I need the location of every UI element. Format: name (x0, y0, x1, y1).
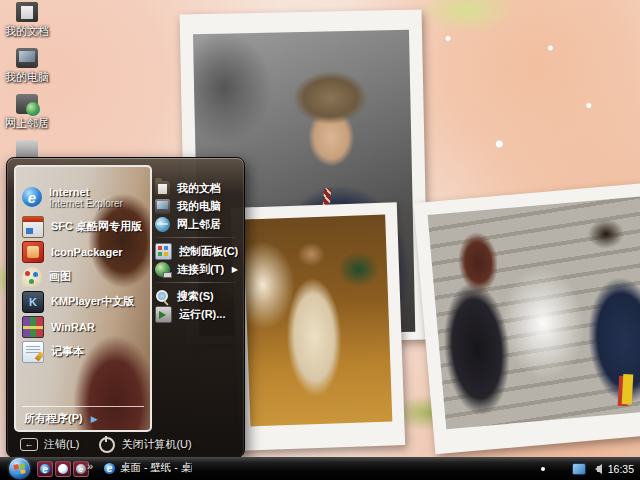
menu-item-label: 搜索(S) (177, 289, 214, 304)
menu-item-iconpackager[interactable]: IconPackager (19, 239, 149, 264)
windows-logo-icon (13, 463, 25, 474)
run-icon (155, 306, 172, 323)
menu-item-internet[interactable]: e Internet Internet Explorer (19, 180, 149, 214)
menu-item-network-places[interactable]: 网上邻居 (153, 215, 238, 233)
all-programs-label: 所有程序(P) (24, 411, 83, 426)
menu-item-label: 运行(R)... (179, 307, 225, 322)
tray-clock[interactable]: 16:35 (608, 463, 637, 475)
photo-image (428, 196, 640, 429)
log-off-label: 注销(L) (44, 437, 79, 452)
start-menu-footer: ← 注销(L) 关闭计算机(U) (7, 432, 244, 457)
power-icon (99, 437, 115, 453)
globe-icon (155, 217, 170, 232)
tray-dot-icon[interactable] (541, 467, 545, 471)
menu-item-notepad[interactable]: 记事本 (19, 339, 149, 364)
photo-image (243, 215, 392, 427)
menu-item-connect-to[interactable]: 连接到(T) ▶ (153, 260, 238, 278)
menu-item-label: 记事本 (51, 344, 84, 359)
wallpaper-photo-ballroom-dance (231, 202, 405, 451)
kmplayer-icon: K (22, 291, 44, 313)
quick-launch-app2-button[interactable] (55, 461, 71, 477)
menu-item-label: IconPackager (51, 246, 123, 258)
my-computer-icon (16, 48, 38, 68)
browser-gray-icon: e (76, 464, 86, 474)
desktop-icon-label: 网上邻居 (0, 117, 54, 129)
paint-icon (22, 267, 42, 287)
menu-item-kmplayer[interactable]: K KMPlayer中文版 (19, 289, 149, 314)
my-documents-icon (16, 2, 38, 22)
desktop: 我的文档 我的电脑 网上邻居 e Internet Internet Explo… (0, 0, 640, 480)
start-button[interactable] (9, 458, 30, 479)
desktop-icon-my-computer[interactable]: 我的电脑 (0, 48, 54, 83)
quick-launch-ie-button[interactable]: e (37, 461, 53, 477)
menu-item-label: 我的文档 (177, 181, 221, 196)
menu-item-label: KMPlayer中文版 (51, 294, 134, 309)
menu-item-search[interactable]: 搜索(S) (153, 287, 238, 305)
menu-item-run[interactable]: 运行(R)... (153, 305, 238, 323)
pinned-programs-list: e Internet Internet Explorer SFC 桌酷网专用版 … (19, 180, 149, 364)
books-detail (622, 374, 634, 404)
menu-item-label: WinRAR (51, 321, 95, 333)
menu-item-label: 控制面板(C) (179, 244, 238, 259)
notepad-icon (22, 341, 44, 363)
start-menu-programs-panel: e Internet Internet Explorer SFC 桌酷网专用版 … (14, 165, 152, 432)
menu-item-my-computer[interactable]: 我的电脑 (153, 197, 238, 215)
task-button-label: 桌面 - 壁纸 - 桌酷... (120, 461, 192, 475)
globe-app-icon (58, 464, 68, 474)
tray-volume-icon[interactable] (590, 464, 602, 474)
desktop-icon-my-documents[interactable]: 我的文档 (0, 2, 54, 37)
menu-item-winrar[interactable]: WinRAR (19, 314, 149, 339)
system-tray: 16:35 (541, 457, 637, 480)
shut-down-button[interactable]: 关闭计算机(U) (99, 437, 191, 453)
desktop-icon-network-places[interactable]: 网上邻居 (0, 94, 54, 129)
menu-item-label: 画图 (49, 269, 71, 284)
task-button-desktop-wallpaper[interactable]: e 桌面 - 壁纸 - 桌酷... (101, 459, 195, 477)
menu-item-label: Internet (49, 186, 123, 198)
menu-item-sfc-zhuoku[interactable]: SFC 桌酷网专用版 (19, 214, 149, 239)
menu-item-my-documents[interactable]: 我的文档 (153, 179, 238, 197)
desktop-icon-label: 我的电脑 (0, 71, 54, 83)
menu-item-control-panel[interactable]: 控制面板(C) (153, 242, 238, 260)
control-panel-icon (155, 243, 172, 260)
internet-explorer-icon: e (40, 464, 50, 474)
arrow-right-icon: ▶ (91, 414, 98, 424)
sfc-app-icon (22, 216, 44, 238)
menu-separator (155, 282, 236, 283)
network-places-icon (16, 94, 38, 114)
internet-explorer-icon: e (22, 187, 42, 207)
menu-separator (155, 237, 236, 238)
winrar-icon (22, 316, 44, 338)
connect-to-icon (155, 262, 170, 277)
menu-item-paint[interactable]: 画图 (19, 264, 149, 289)
menu-item-label: 网上邻居 (177, 217, 221, 232)
search-icon (155, 289, 170, 304)
my-computer-icon (155, 199, 170, 214)
submenu-arrow-icon: ▶ (232, 265, 238, 274)
menu-item-label: 我的电脑 (177, 199, 221, 214)
desktop-icon-label: 我的文档 (0, 25, 54, 37)
quick-launch-overflow-chevron[interactable]: » (87, 460, 93, 472)
tray-network-icon[interactable] (572, 463, 586, 475)
wallpaper-photo-couple-facing (413, 182, 640, 454)
my-documents-icon (155, 181, 170, 196)
shut-down-label: 关闭计算机(U) (121, 437, 191, 452)
start-menu-system-panel: 我的文档 我的电脑 网上邻居 控制面板(C) 连接到(T) ▶ (153, 179, 238, 323)
start-menu: e Internet Internet Explorer SFC 桌酷网专用版 … (6, 157, 245, 458)
menu-item-label: SFC 桌酷网专用版 (51, 219, 142, 234)
menu-item-sublabel: Internet Explorer (49, 198, 123, 209)
all-programs-button[interactable]: 所有程序(P) ▶ (22, 406, 144, 428)
quick-launch-bar: e e (37, 461, 89, 477)
log-off-button[interactable]: ← 注销(L) (20, 437, 79, 452)
menu-item-label: 连接到(T) (177, 262, 224, 277)
iconpackager-icon (22, 241, 44, 263)
taskbar: e e » e 桌面 - 壁纸 - 桌酷... 16:35 (0, 457, 640, 480)
internet-explorer-icon: e (104, 463, 115, 474)
log-off-icon: ← (20, 438, 38, 451)
